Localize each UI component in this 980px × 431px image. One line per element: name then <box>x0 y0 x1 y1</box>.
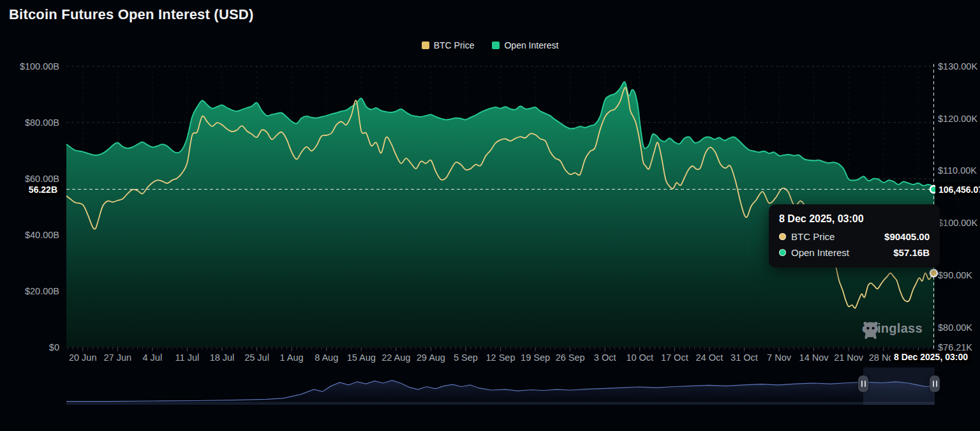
right-axis-label: $130.00K <box>938 61 977 72</box>
navigator-selection-window[interactable] <box>863 368 935 405</box>
tooltip-row-btc-price: BTC Price $90405.00 <box>779 231 930 242</box>
x-axis-label: 3 Oct <box>594 352 616 363</box>
tooltip-timestamp: 8 Dec 2025, 03:00 <box>779 213 930 225</box>
x-axis-label: 19 Sep <box>521 352 550 363</box>
navigator-track[interactable] <box>66 402 935 405</box>
navigator-left-handle[interactable] <box>858 375 868 392</box>
coinglass-mascot-icon <box>862 321 879 340</box>
x-axis-label: 5 Sep <box>454 352 478 363</box>
x-axis-label: 8 Aug <box>315 352 338 363</box>
tooltip-value-btc-price: $90405.00 <box>884 231 930 242</box>
x-axis-label: 21 Nov <box>834 352 864 363</box>
x-axis-label: 4 Jul <box>143 352 163 363</box>
page-title: Bitcoin Futures Open Interest (USD) <box>9 6 253 23</box>
left-axis-label: $100.00B <box>20 61 59 72</box>
x-axis-label: 26 Sep <box>556 352 585 363</box>
legend-item-btc-price[interactable]: BTC Price <box>422 40 475 50</box>
x-axis-label: 12 Sep <box>486 352 516 363</box>
crosshair-left-value-badge: 56.22B <box>26 183 61 196</box>
tooltip-label-btc-price: BTC Price <box>791 231 835 242</box>
x-axis-label: 7 Nov <box>767 352 792 363</box>
tooltip-row-open-interest: Open Interest $57.16B <box>779 247 930 258</box>
x-axis-label: 27 Jun <box>104 352 132 363</box>
legend-label-btc-price: BTC Price <box>434 40 475 50</box>
navigator-right-handle[interactable] <box>930 375 940 392</box>
x-axis-label: 18 Jul <box>210 352 235 363</box>
handle-grip-icon <box>865 381 866 387</box>
chart-tooltip: 8 Dec 2025, 03:00 BTC Price $90405.00 Op… <box>769 204 940 268</box>
x-axis-label: 20 Jun <box>69 352 97 363</box>
handle-grip-icon <box>861 381 863 387</box>
x-axis-label: 15 Aug <box>347 352 376 363</box>
crosshair-right-value-badge: 106,456.07 <box>935 183 980 196</box>
legend-label-open-interest: Open Interest <box>504 40 558 50</box>
open-interest-dot-icon <box>779 249 786 256</box>
right-axis-label: $110.00K <box>938 165 977 176</box>
x-axis-label: 29 Aug <box>417 352 445 363</box>
coinglass-watermark: coinglass <box>862 321 923 336</box>
legend: BTC Price Open Interest <box>0 40 980 50</box>
left-axis-label: $40.00B <box>25 230 59 240</box>
x-axis-label: 10 Oct <box>626 352 653 363</box>
x-axis-label: 24 Oct <box>696 352 724 363</box>
open-interest-swatch-icon <box>492 42 500 49</box>
right-axis-label: $80.00K <box>938 322 972 333</box>
left-axis-label: $0 <box>49 342 59 352</box>
btc-price-swatch-icon <box>422 42 429 49</box>
left-axis-label: $80.00B <box>25 117 59 128</box>
x-axis-label: 11 Jul <box>175 352 200 363</box>
crosshair-date-badge: 8 Dec 2025, 03:00 <box>891 351 971 363</box>
chart-page: $100.00B$80.00B$60.00B$40.00B$20.00B$0$1… <box>0 0 980 431</box>
btc-price-dot-icon <box>779 233 786 240</box>
tooltip-label-open-interest: Open Interest <box>791 247 849 258</box>
tooltip-value-open-interest: $57.16B <box>893 247 930 258</box>
legend-item-open-interest[interactable]: Open Interest <box>492 40 558 50</box>
handle-grip-icon <box>936 381 937 387</box>
left-axis-label: $60.00B <box>25 174 59 184</box>
x-axis-label: 25 Jul <box>244 352 269 363</box>
x-axis-label: 1 Aug <box>280 352 304 363</box>
handle-grip-icon <box>933 381 934 387</box>
right-axis-label: $90.00K <box>938 270 972 280</box>
x-axis-label: 22 Aug <box>382 352 410 363</box>
x-axis-label: 17 Oct <box>661 352 688 363</box>
right-axis-label: $100.00K <box>938 218 977 228</box>
x-axis-label: 14 Nov <box>799 352 829 363</box>
left-axis-label: $20.00B <box>25 286 59 296</box>
x-axis-label: 31 Oct <box>731 352 758 363</box>
right-axis-label: $120.00K <box>938 114 977 124</box>
